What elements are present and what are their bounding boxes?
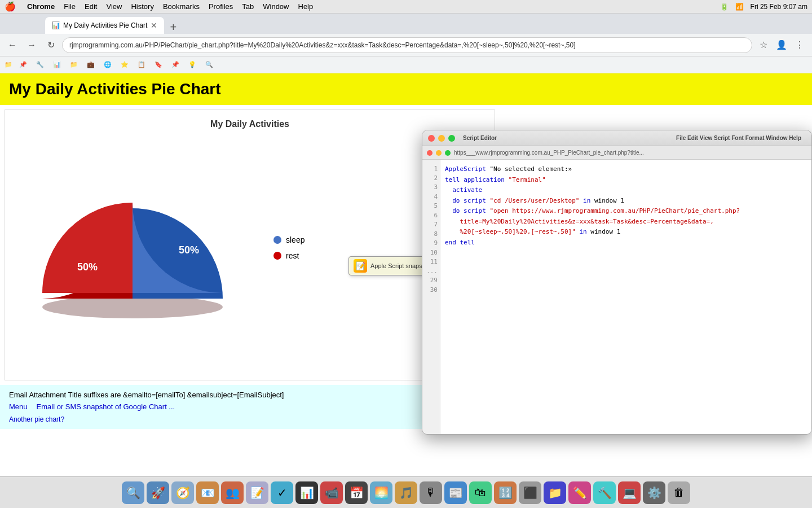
script-text-1: "No selected element:» <box>489 165 572 173</box>
dock-activity[interactable]: 📊 <box>295 481 318 504</box>
keyword-do-script-1: do script <box>452 197 486 204</box>
history-menu[interactable]: History <box>131 2 153 11</box>
dock-photos[interactable]: 🌅 <box>370 481 392 504</box>
bookmark-2[interactable]: 🔧 <box>34 60 46 69</box>
dock-system-prefs[interactable]: ⚙️ <box>643 481 665 504</box>
line-num-12: ... <box>425 267 438 277</box>
bookmark-7[interactable]: ⭐ <box>118 60 131 69</box>
dock-podcasts[interactable]: 🎙 <box>420 481 442 504</box>
line-num-4: 4 <box>425 192 438 202</box>
bookmark-9[interactable]: 🔖 <box>152 60 165 69</box>
bookmark-6[interactable]: 🌐 <box>102 60 114 69</box>
dock-launchpad[interactable]: 🚀 <box>147 481 169 504</box>
file-menu[interactable]: File <box>64 2 76 11</box>
dock-xcode[interactable]: 🔨 <box>593 481 616 504</box>
dock-music[interactable]: 🎵 <box>395 481 417 504</box>
bookmark-5[interactable]: 💼 <box>85 60 97 69</box>
forward-button[interactable]: → <box>24 37 39 53</box>
line-numbers: 1 2 3 4 5 6 7 8 9 10 11 ... 29 30 <box>422 160 440 435</box>
keyword-applescript: AppleScript <box>445 165 486 173</box>
keyword-tell: tell <box>445 176 460 183</box>
legend-rest: rest <box>273 251 304 260</box>
chrome-menu[interactable]: Chrome <box>27 2 55 11</box>
script-content: 1 2 3 4 5 6 7 8 9 10 11 ... 29 30 <box>422 160 811 435</box>
wifi-icon: 📶 <box>735 3 744 11</box>
dock-trash[interactable]: 🗑 <box>668 481 690 504</box>
bookmark-11[interactable]: 💡 <box>186 60 198 69</box>
more-button[interactable]: ⋮ <box>792 37 807 53</box>
window-ref-2: window 1 <box>590 228 620 235</box>
editor-url-min[interactable] <box>436 150 442 156</box>
bookmark-8[interactable]: 📋 <box>135 60 148 69</box>
address-bar[interactable]: rjmprogramming.com.au/PHP/PieChart/pie_c… <box>62 37 752 53</box>
editor-url-close[interactable] <box>427 150 433 156</box>
tab-favicon: 📊 <box>52 21 60 29</box>
dock-appstore[interactable]: 🛍 <box>469 481 492 504</box>
line-num-9: 9 <box>425 239 438 248</box>
bookmark-button[interactable]: ☆ <box>756 37 771 53</box>
editor-url-max[interactable] <box>445 150 451 156</box>
active-tab[interactable]: 📊 My Daily Activities Pie Chart ✕ <box>45 17 164 34</box>
profiles-menu[interactable]: Profiles <box>209 2 233 11</box>
dock-reminders[interactable]: ✓ <box>271 481 293 504</box>
string-open: "open https://www.rjmprogramming.com.au/… <box>489 207 740 214</box>
help-menu[interactable]: Help <box>298 2 314 11</box>
bookmark-4[interactable]: 📁 <box>68 60 80 69</box>
dock-calendar[interactable]: 📅 <box>345 481 368 504</box>
tab-menu[interactable]: Tab <box>242 2 254 11</box>
window-ref-1: window 1 <box>594 197 624 204</box>
bookmark-1[interactable]: 📌 <box>17 60 29 69</box>
window-menu[interactable]: Window <box>263 2 289 11</box>
keyword-in: in <box>583 197 590 204</box>
dock-safari[interactable]: 🧭 <box>171 481 194 504</box>
reload-button[interactable]: ↻ <box>43 37 59 53</box>
line-num-10: 10 <box>425 248 438 258</box>
line-num-5: 5 <box>425 202 438 211</box>
menubar: 🍎 Chrome File Edit View History Bookmark… <box>0 0 812 14</box>
dock-calculator[interactable]: 🔢 <box>494 481 517 504</box>
dock-contacts[interactable]: 👥 <box>221 481 244 504</box>
script-editor-text[interactable]: AppleScript "No selected element:» tell … <box>440 160 811 435</box>
dock: 🔍 🚀 🧭 📧 👥 📝 ✓ 📊 📹 📅 🌅 🎵 🎙 📰 🛍 🔢 ⬛ 📁 ✏️ 🔨… <box>0 476 812 508</box>
dock-vmware[interactable]: 💻 <box>618 481 641 504</box>
editor-close-dot[interactable] <box>428 135 435 142</box>
dock-bbedit[interactable]: ✏️ <box>568 481 591 504</box>
menubar-right: 🔋 📶 Fri 25 Feb 9:07 am <box>720 3 807 11</box>
tab-close-button[interactable]: ✕ <box>151 21 157 30</box>
editor-minimize-dot[interactable] <box>438 135 445 142</box>
dock-terminal[interactable]: ⬛ <box>519 481 541 504</box>
sleep-color-dot <box>273 236 281 244</box>
script-editor-window[interactable]: Script Editor File Edit View Script Font… <box>422 130 812 435</box>
dock-news[interactable]: 📰 <box>444 481 467 504</box>
line-num-29: 29 <box>425 276 438 286</box>
dock-finder[interactable]: 🔍 <box>122 481 144 504</box>
bookmark-3[interactable]: 📊 <box>51 60 63 69</box>
dock-mail[interactable]: 📧 <box>196 481 219 504</box>
dock-filezilla[interactable]: 📁 <box>544 481 566 504</box>
nav-bar: ← → ↻ rjmprogramming.com.au/PHP/PieChart… <box>0 34 812 56</box>
editor-maximize-dot[interactable] <box>448 135 455 142</box>
view-menu[interactable]: View <box>106 2 122 11</box>
dock-notes[interactable]: 📝 <box>246 481 268 504</box>
bookmark-10[interactable]: 📌 <box>169 60 182 69</box>
bookmarks-menu[interactable]: Bookmarks <box>163 2 200 11</box>
email-snapshot-link[interactable]: Email or SMS snapshot of Google Chart ..… <box>37 402 175 411</box>
line-num-30: 30 <box>425 286 438 295</box>
chart-legend: sleep rest <box>273 235 304 260</box>
battery-icon: 🔋 <box>720 3 729 11</box>
script-line-4: do script "cd /Users/user/Desktop" in wi… <box>445 196 807 207</box>
script-line-2: tell application "Terminal" <box>445 175 807 186</box>
editor-url-display: https___www.rjmprogramming.com.au_PHP_Pi… <box>454 150 644 156</box>
profile-button[interactable]: 👤 <box>774 37 789 53</box>
script-line-5: do script "open https://www.rjmprogrammi… <box>445 206 807 217</box>
dock-facetime[interactable]: 📹 <box>320 481 343 504</box>
bookmark-12[interactable]: 🔍 <box>203 60 215 69</box>
apple-menu-icon[interactable]: 🍎 <box>5 1 16 12</box>
new-tab-button[interactable]: + <box>170 21 176 34</box>
pie-chart: 50% 50% <box>14 141 251 355</box>
menu-link[interactable]: Menu <box>9 402 28 411</box>
edit-menu[interactable]: Edit <box>85 2 97 11</box>
bookmarks-bar: 📁 📌 🔧 📊 📁 💼 🌐 ⭐ 📋 🔖 📌 💡 🔍 <box>0 56 812 73</box>
keyword-end: end <box>445 239 456 246</box>
back-button[interactable]: ← <box>5 37 20 53</box>
